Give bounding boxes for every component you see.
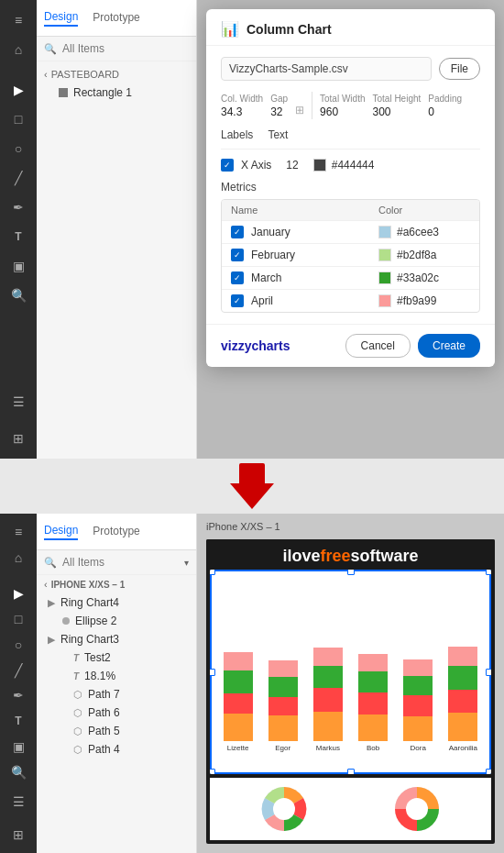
line-tool-icon[interactable]: ╱ bbox=[5, 165, 31, 191]
layer-path5[interactable]: ⬡ Path 5 bbox=[37, 722, 196, 740]
metrics-section: Metrics Name Color January bbox=[221, 181, 480, 313]
bar-label-markus: Markus bbox=[316, 744, 340, 752]
layers-icon-bottom[interactable]: ☰ bbox=[5, 791, 31, 813]
padding-label: Padding bbox=[428, 94, 462, 104]
metrics-name-header: Name bbox=[231, 205, 378, 216]
breadcrumb-arrow-top[interactable]: ‹ bbox=[44, 69, 48, 80]
total-height-group: Total Height 300 bbox=[373, 94, 422, 118]
text-tool-icon-bottom[interactable]: T bbox=[5, 710, 31, 732]
tab-design-top[interactable]: Design bbox=[44, 10, 78, 27]
segment-jan-lizette bbox=[224, 714, 253, 741]
assets-icon[interactable]: ▣ bbox=[5, 253, 31, 279]
total-height-label: Total Height bbox=[373, 94, 422, 104]
zoom-tool-icon-bottom[interactable]: 🔍 bbox=[5, 761, 31, 783]
layer-name-path4: Path 4 bbox=[88, 743, 120, 756]
pen-tool-icon[interactable]: ✒ bbox=[5, 194, 31, 220]
font-size-value[interactable]: 12 bbox=[286, 159, 298, 172]
metrics-row-january: January #a6cee3 bbox=[222, 220, 479, 243]
layer-ringchart4[interactable]: ▶ Ring Chart4 bbox=[37, 593, 196, 612]
april-color-swatch[interactable] bbox=[378, 294, 391, 307]
modal-header: 📊 Column Chart bbox=[206, 9, 495, 46]
april-label: April bbox=[251, 294, 273, 307]
breadcrumb-text-bottom: IPHONE X/XS – 1 bbox=[51, 580, 126, 590]
metrics-title: Metrics bbox=[221, 181, 480, 194]
layer-path7[interactable]: ⬡ Path 7 bbox=[37, 685, 196, 703]
rectangle-tool-icon[interactable]: □ bbox=[5, 106, 31, 132]
gap-value[interactable]: 32 bbox=[270, 105, 288, 118]
january-checkbox[interactable] bbox=[231, 226, 244, 238]
segment-march-bob bbox=[358, 671, 388, 692]
march-checkbox[interactable] bbox=[231, 271, 244, 284]
bar-stack-aaronilia bbox=[448, 647, 477, 741]
total-width-value[interactable]: 960 bbox=[320, 105, 365, 118]
x-axis-label: X Axis bbox=[241, 159, 271, 172]
layer-18percent[interactable]: T 18.1% bbox=[37, 667, 196, 685]
plugins-icon-bottom[interactable]: ⊞ bbox=[5, 824, 31, 846]
chart-bar-icon: 📊 bbox=[221, 20, 239, 38]
file-button[interactable]: File bbox=[439, 58, 480, 80]
layer-ringchart3[interactable]: ▶ Ring Chart3 bbox=[37, 630, 196, 648]
search-input-top[interactable] bbox=[62, 42, 189, 55]
total-width-group: Total Width 960 bbox=[320, 94, 365, 118]
home-icon[interactable]: ⌂ bbox=[5, 37, 31, 62]
folder-icon-ringchart3: ▶ bbox=[48, 634, 55, 646]
layer-path4[interactable]: ⬡ Path 4 bbox=[37, 740, 196, 759]
ellipse-tool-icon[interactable]: ○ bbox=[5, 136, 31, 161]
select-tool-icon-bottom[interactable]: ▶ bbox=[5, 582, 31, 604]
cancel-button[interactable]: Cancel bbox=[345, 334, 411, 358]
layers-icon[interactable]: ☰ bbox=[5, 389, 31, 415]
text-tool-icon[interactable]: T bbox=[5, 224, 31, 249]
x-axis-checkbox[interactable] bbox=[221, 159, 234, 172]
text-color-swatch[interactable] bbox=[313, 159, 326, 172]
layer-ellipse2[interactable]: Ellipse 2 bbox=[37, 612, 196, 630]
col-width-value[interactable]: 34.3 bbox=[221, 105, 263, 118]
layer-test2[interactable]: T Test2 bbox=[37, 648, 196, 667]
vizzycharts-logo: vizzycharts bbox=[221, 338, 290, 353]
path-icon-7: ⬡ bbox=[73, 689, 82, 701]
tab-bar-bottom: Design Prototype bbox=[37, 514, 196, 550]
hamburger-icon[interactable]: ≡ bbox=[5, 7, 31, 33]
segment-march-egor bbox=[268, 677, 298, 697]
segment-jan-aaronilia bbox=[448, 713, 477, 741]
select-tool-icon[interactable]: ▶ bbox=[5, 77, 31, 103]
march-label: March bbox=[251, 271, 281, 284]
folder-icon-ringchart4: ▶ bbox=[48, 597, 55, 609]
brand-free: free bbox=[320, 547, 350, 565]
bar-stack-dora bbox=[403, 659, 433, 741]
stacked-bar-chart[interactable]: Lizette Egor bbox=[210, 570, 491, 774]
tab-prototype-top[interactable]: Prototype bbox=[93, 11, 139, 26]
tab-design-bottom[interactable]: Design bbox=[44, 524, 78, 540]
plugins-icon[interactable]: ⊞ bbox=[5, 426, 31, 451]
create-button[interactable]: Create bbox=[418, 334, 480, 358]
april-checkbox[interactable] bbox=[231, 294, 244, 307]
segment-feb-egor bbox=[268, 697, 298, 715]
padding-value[interactable]: 0 bbox=[428, 105, 462, 118]
search-input-bottom[interactable] bbox=[62, 556, 179, 569]
layer-rectangle1[interactable]: Rectangle 1 bbox=[37, 83, 196, 102]
pie-chart-2 bbox=[389, 781, 444, 836]
zoom-tool-icon[interactable]: 🔍 bbox=[5, 282, 31, 308]
february-checkbox[interactable] bbox=[231, 249, 244, 261]
layer-path6[interactable]: ⬡ Path 6 bbox=[37, 703, 196, 722]
pen-tool-icon-bottom[interactable]: ✒ bbox=[5, 684, 31, 706]
total-height-value[interactable]: 300 bbox=[373, 105, 422, 118]
hamburger-icon-bottom[interactable]: ≡ bbox=[5, 521, 31, 543]
assets-icon-bottom[interactable]: ▣ bbox=[5, 736, 31, 758]
line-tool-icon-bottom[interactable]: ╱ bbox=[5, 659, 31, 681]
dropdown-arrow-bottom[interactable]: ▾ bbox=[184, 558, 189, 568]
february-color-swatch[interactable] bbox=[378, 249, 391, 261]
segment-april-bob bbox=[358, 654, 388, 671]
breadcrumb-arrow-bottom[interactable]: ‹ bbox=[44, 579, 48, 590]
march-color-swatch[interactable] bbox=[378, 271, 391, 284]
january-color-swatch[interactable] bbox=[378, 226, 391, 238]
metrics-row-april: April #fb9a99 bbox=[222, 289, 479, 312]
breadcrumb-top: ‹ PASTEBOARD bbox=[37, 65, 196, 83]
tab-prototype-bottom[interactable]: Prototype bbox=[93, 525, 139, 539]
left-panel-top: Design Prototype 🔍 ‹ PASTEBOARD Rectangl… bbox=[37, 0, 197, 459]
bar-stack-markus bbox=[313, 648, 343, 741]
ellipse-tool-icon-bottom[interactable]: ○ bbox=[5, 634, 31, 656]
rectangle-tool-icon-bottom[interactable]: □ bbox=[5, 608, 31, 630]
january-color-hex: #a6cee3 bbox=[397, 226, 439, 238]
layer-name-path5: Path 5 bbox=[88, 725, 120, 737]
home-icon-bottom[interactable]: ⌂ bbox=[5, 547, 31, 569]
